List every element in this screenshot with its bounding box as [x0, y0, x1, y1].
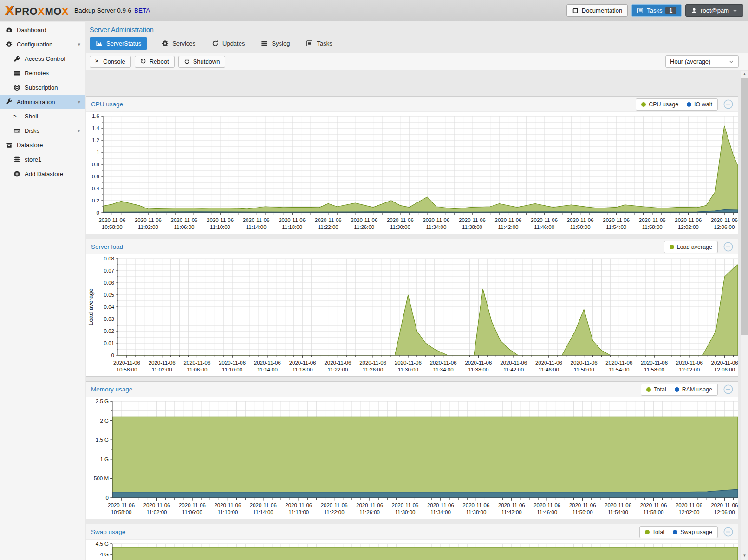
sidebar-item-subscription[interactable]: Subscription: [0, 80, 85, 95]
server-load-chart: 00.010.020.030.040.050.060.070.082020-11…: [86, 254, 738, 376]
svg-text:2020-11-0611:26:00: 2020-11-0611:26:00: [351, 217, 377, 230]
server-list-icon: [13, 70, 20, 77]
vertical-scrollbar[interactable]: ▲ ▼: [741, 71, 748, 560]
gauge-icon: [6, 26, 13, 33]
minus-circle-icon: [723, 241, 734, 252]
chart-legend: Load average: [664, 241, 718, 253]
sidebar-label: Shell: [25, 113, 38, 120]
tasks-button[interactable]: Tasks 1: [631, 4, 682, 17]
sidebar-item-configuration[interactable]: Configuration ▾: [0, 37, 85, 52]
reboot-button[interactable]: Reboot: [135, 56, 175, 68]
documentation-button[interactable]: Documentation: [566, 4, 628, 17]
cpu-usage-chart: 00.20.40.60.811.21.41.62020-11-0610:58:0…: [86, 112, 738, 234]
svg-text:2020-11-0611:22:00: 2020-11-0611:22:00: [324, 360, 351, 372]
svg-text:0.04: 0.04: [104, 304, 115, 310]
sidebar-label: Access Control: [25, 55, 65, 62]
tab-tasks[interactable]: Tasks: [304, 37, 334, 50]
sidebar-item-remotes[interactable]: Remotes: [0, 66, 85, 80]
legend-item[interactable]: Total: [646, 386, 666, 393]
svg-text:0: 0: [106, 495, 109, 501]
sidebar-item-datastore[interactable]: Datastore: [0, 138, 85, 152]
sidebar-item-shell[interactable]: >_ Shell: [0, 109, 85, 124]
sidebar-label: store1: [25, 156, 41, 163]
hdd-icon: [13, 127, 20, 134]
sidebar-item-store1[interactable]: store1: [0, 152, 85, 167]
task-list-icon: [306, 40, 313, 47]
sidebar-label: Dashboard: [17, 26, 46, 33]
svg-text:0.01: 0.01: [104, 340, 114, 346]
svg-text:2020-11-0611:06:00: 2020-11-0611:06:00: [183, 360, 210, 372]
svg-text:Load average: Load average: [87, 288, 94, 326]
tab-syslog[interactable]: Syslog: [259, 37, 292, 50]
sidebar-item-administration[interactable]: Administration ▾: [0, 95, 85, 109]
legend-item[interactable]: Load average: [670, 244, 712, 250]
terminal-icon: >_: [13, 114, 20, 119]
collapse-panel-button[interactable]: [723, 99, 734, 110]
svg-text:2020-11-0611:06:00: 2020-11-0611:06:00: [179, 502, 206, 515]
scroll-up-arrow[interactable]: ▲: [741, 72, 748, 76]
legend-label: Total: [652, 529, 664, 535]
collapse-caret-icon[interactable]: ▾: [78, 99, 80, 105]
collapse-panel-button[interactable]: [723, 241, 734, 252]
svg-text:2020-11-0610:58:00: 2020-11-0610:58:00: [98, 217, 125, 230]
swap-usage-panel: Swap usage TotalSwap usage 0500 M1 G1.5 …: [86, 524, 738, 560]
svg-text:2020-11-0611:54:00: 2020-11-0611:54:00: [603, 217, 630, 230]
sidebar-item-disks[interactable]: Disks ▸: [0, 124, 85, 138]
sidebar-label: Subscription: [25, 84, 58, 91]
proxmox-wordmark: PROXMOX: [15, 6, 69, 18]
svg-text:2020-11-0611:46:00: 2020-11-0611:46:00: [535, 360, 562, 372]
svg-text:2020-11-0612:06:00: 2020-11-0612:06:00: [711, 360, 738, 372]
chevron-down-icon: [728, 59, 734, 65]
svg-text:500 M: 500 M: [94, 475, 109, 481]
svg-text:0.07: 0.07: [104, 268, 114, 273]
svg-text:1: 1: [97, 150, 99, 155]
tab-updates[interactable]: Updates: [210, 37, 247, 50]
svg-text:0.6: 0.6: [92, 174, 99, 179]
svg-text:0.8: 0.8: [92, 162, 99, 167]
chart-svg: 00.010.020.030.040.050.060.070.082020-11…: [86, 254, 738, 376]
user-menu-button[interactable]: root@pam: [685, 4, 743, 17]
console-label: Console: [103, 58, 125, 65]
panel-header: CPU usage CPU usageIO wait: [86, 97, 738, 112]
chart-svg: 00.20.40.60.811.21.41.62020-11-0610:58:0…: [86, 112, 738, 234]
svg-text:2 G: 2 G: [100, 418, 109, 423]
chart-svg: 0500 M1 G1.5 G2 G2.5 G3 G3.5 G4 G4.5 G20…: [86, 540, 738, 560]
svg-text:2020-11-0611:30:00: 2020-11-0611:30:00: [387, 217, 414, 230]
collapse-panel-button[interactable]: [723, 527, 734, 537]
svg-text:2020-11-0612:06:00: 2020-11-0612:06:00: [711, 502, 738, 515]
expand-caret-icon[interactable]: ▸: [78, 128, 80, 134]
shutdown-button[interactable]: Shutdown: [178, 56, 226, 68]
tab-services[interactable]: Services: [160, 37, 197, 50]
legend-item[interactable]: IO wait: [687, 101, 712, 108]
terminal-icon: >_: [95, 59, 100, 64]
legend-label: Swap usage: [680, 529, 712, 535]
legend-item[interactable]: CPU usage: [641, 101, 678, 108]
collapse-panel-button[interactable]: [723, 384, 734, 395]
sidebar-item-access-control[interactable]: Access Control: [0, 52, 85, 66]
svg-text:0.08: 0.08: [104, 256, 114, 261]
console-button[interactable]: >_ Console: [90, 56, 131, 68]
legend-item[interactable]: Swap usage: [673, 529, 712, 535]
svg-text:2020-11-0611:50:00: 2020-11-0611:50:00: [571, 360, 598, 372]
svg-text:2020-11-0610:58:00: 2020-11-0610:58:00: [108, 502, 135, 515]
scrollbar-thumb[interactable]: [741, 78, 748, 335]
svg-text:2020-11-0611:02:00: 2020-11-0611:02:00: [149, 360, 176, 372]
svg-text:0: 0: [111, 352, 114, 358]
svg-text:0.05: 0.05: [104, 292, 114, 298]
beta-link[interactable]: BETA: [134, 7, 150, 14]
svg-text:2020-11-0611:34:00: 2020-11-0611:34:00: [427, 502, 454, 515]
sidebar-item-dashboard[interactable]: Dashboard: [0, 23, 85, 37]
plus-circle-icon: [13, 170, 20, 177]
tab-serverstatus[interactable]: ServerStatus: [90, 37, 147, 50]
svg-text:2020-11-0611:42:00: 2020-11-0611:42:00: [498, 502, 525, 515]
legend-item[interactable]: RAM usage: [675, 386, 712, 393]
sidebar-item-add-datastore[interactable]: Add Datastore: [0, 167, 85, 181]
svg-text:2020-11-0611:22:00: 2020-11-0611:22:00: [315, 217, 342, 230]
page-title: Server Administration: [86, 22, 748, 36]
timeframe-select[interactable]: Hour (average): [665, 55, 739, 68]
panel-title: Swap usage: [91, 528, 125, 535]
svg-text:2020-11-0611:10:00: 2020-11-0611:10:00: [214, 502, 241, 515]
collapse-caret-icon[interactable]: ▾: [78, 41, 80, 47]
scroll-down-arrow[interactable]: ▼: [741, 553, 748, 558]
legend-item[interactable]: Total: [645, 529, 664, 535]
